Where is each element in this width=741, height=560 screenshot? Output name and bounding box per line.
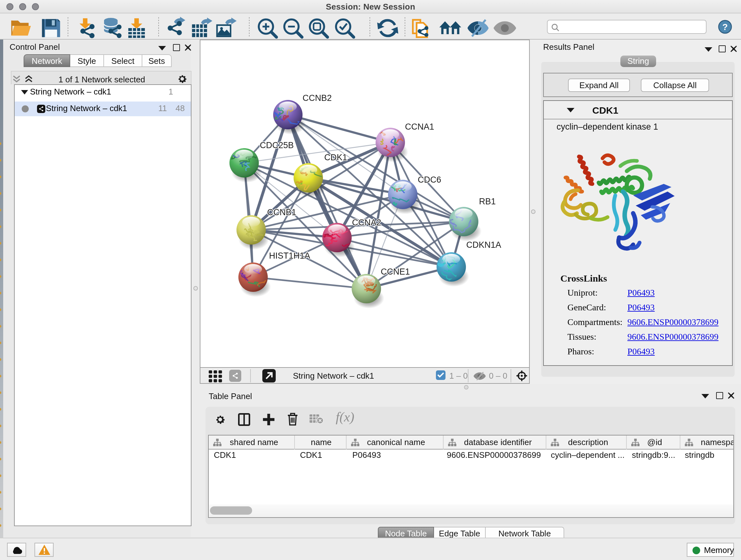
svg-text:CDC6: CDC6 [418, 175, 441, 185]
svg-text:HIST1H1A: HIST1H1A [269, 251, 310, 260]
svg-text:?: ? [722, 22, 728, 32]
svg-text:CDK1: CDK1 [324, 152, 347, 162]
svg-text:CCNA2: CCNA2 [352, 218, 381, 227]
svg-text:CCNE1: CCNE1 [381, 267, 410, 276]
svg-text:CCNA1: CCNA1 [405, 122, 434, 132]
svg-text:CCNB1: CCNB1 [267, 207, 296, 217]
svg-text:RB1: RB1 [479, 197, 496, 206]
svg-text:CDC25B: CDC25B [260, 140, 294, 150]
svg-text:CCNB2: CCNB2 [302, 93, 332, 103]
svg-text:CDKN1A: CDKN1A [466, 240, 501, 250]
